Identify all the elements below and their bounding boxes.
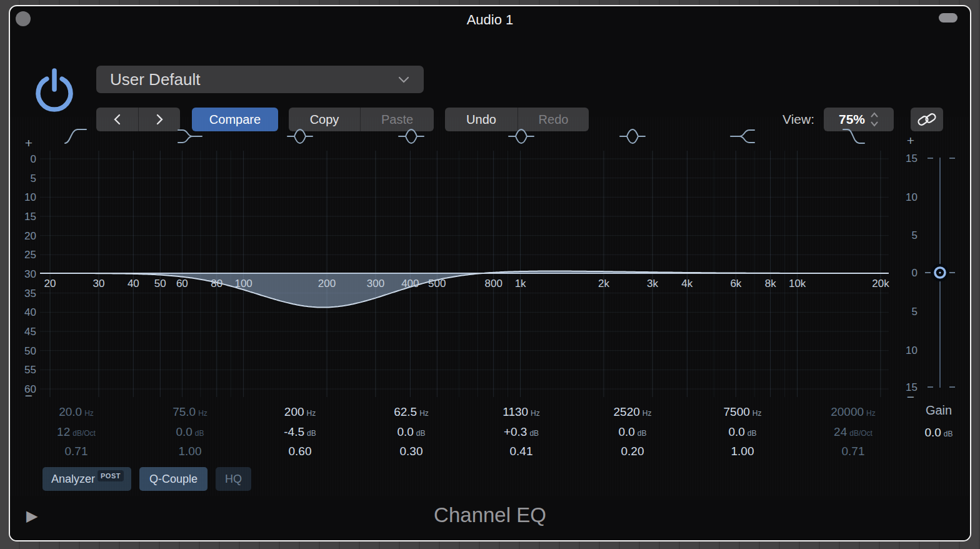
svg-text:100: 100 (234, 278, 252, 290)
band-8-gain-slope-field[interactable]: 24dB/Oct (806, 425, 900, 439)
band-7-frequency-field[interactable]: 7500Hz (696, 405, 789, 419)
q-couple-toggle-button[interactable]: Q-Couple (139, 467, 208, 491)
svg-text:40: 40 (128, 278, 139, 290)
band-4-frequency-field[interactable]: 62.5Hz (364, 405, 458, 419)
svg-text:5: 5 (912, 306, 918, 318)
band-6-gain-slope-field[interactable]: 0.0dB (586, 425, 679, 439)
eq-graph[interactable]: 2030405060801002003004005008001k2k3k4k6k… (10, 117, 970, 403)
band-2-gain-slope-field[interactable]: 0.0dB (143, 425, 237, 439)
left-scale-minus[interactable]: − (25, 388, 32, 403)
band-6-bell-icon[interactable] (620, 129, 645, 143)
band-2-lowshelf-icon[interactable] (178, 130, 202, 143)
band-4-bell-icon[interactable] (399, 129, 424, 143)
analyzer-toggle-button[interactable]: Analyzer POST (42, 467, 131, 491)
right-scale-minus[interactable]: − (907, 390, 914, 403)
right-scale-plus[interactable]: + (907, 133, 914, 148)
band-6-q-field[interactable]: 0.20 (586, 445, 679, 458)
eq-curve-fill (40, 271, 889, 308)
eq-curve[interactable] (40, 271, 888, 308)
bottom-toggles: Analyzer POST Q-Couple HQ (42, 467, 251, 491)
svg-text:3k: 3k (647, 278, 658, 290)
band-8-q-field[interactable]: 0.71 (806, 445, 900, 458)
sidechain-pill-button[interactable] (939, 13, 958, 23)
band-5-bell-icon[interactable] (509, 129, 534, 143)
svg-text:45: 45 (24, 326, 36, 338)
svg-text:15: 15 (24, 211, 36, 223)
svg-text:10: 10 (906, 191, 918, 203)
band-2-frequency-field[interactable]: 75.0Hz (143, 405, 237, 419)
svg-text:25: 25 (24, 249, 36, 261)
svg-text:80: 80 (211, 278, 222, 290)
band-readouts: 20.0Hz12dB/Oct0.7175.0Hz0.0dB1.00200Hz-4… (10, 403, 970, 472)
svg-text:20: 20 (44, 278, 56, 290)
band-7-gain-slope-field[interactable]: 0.0dB (696, 425, 789, 439)
gain-value-field[interactable]: 0.0dB (892, 426, 971, 440)
svg-text:500: 500 (428, 278, 446, 290)
analyzer-post-mode-button[interactable]: POST (98, 470, 124, 481)
svg-text:60: 60 (176, 278, 188, 290)
svg-text:35: 35 (24, 288, 36, 300)
svg-text:50: 50 (154, 278, 166, 290)
gain-unit: dB (944, 430, 953, 438)
band-6-frequency-field[interactable]: 2520Hz (586, 405, 679, 419)
preset-dropdown[interactable]: User Default (96, 66, 424, 93)
svg-text:30: 30 (93, 278, 105, 290)
band-7-q-field[interactable]: 1.00 (696, 445, 789, 458)
gain-slider-knob[interactable] (925, 264, 955, 281)
eq-display-area: 2030405060801002003004005008001k2k3k4k6k… (10, 117, 970, 498)
preset-value: User Default (110, 70, 201, 89)
svg-text:800: 800 (485, 278, 502, 290)
svg-text:50: 50 (24, 345, 36, 357)
plugin-footer: ▶ Channel EQ (10, 496, 970, 540)
band-3-frequency-field[interactable]: 200Hz (253, 405, 347, 419)
svg-text:40: 40 (24, 306, 36, 318)
svg-text:8k: 8k (765, 278, 776, 290)
band-4-q-field[interactable]: 0.30 (364, 445, 458, 458)
svg-text:0: 0 (912, 267, 918, 279)
svg-text:5: 5 (912, 229, 918, 241)
svg-text:55: 55 (24, 364, 36, 376)
chevron-down-icon (398, 75, 410, 84)
left-scale-plus[interactable]: + (25, 136, 32, 150)
band-1-q-field[interactable]: 0.71 (29, 445, 123, 458)
band-7-highshelf-icon[interactable] (731, 130, 754, 143)
plugin-name: Channel EQ (10, 503, 970, 527)
svg-text:300: 300 (367, 278, 384, 290)
svg-text:10k: 10k (789, 278, 806, 290)
svg-text:10: 10 (906, 345, 918, 356)
svg-text:20k: 20k (872, 278, 889, 290)
gain-value: 0.0 (924, 426, 941, 439)
gain-label: Gain (892, 403, 971, 418)
band-3-bell-icon[interactable] (288, 129, 312, 143)
svg-text:20: 20 (24, 230, 36, 242)
band-4-gain-slope-field[interactable]: 0.0dB (364, 425, 458, 439)
svg-text:200: 200 (318, 278, 336, 290)
band-8-lowpass-icon[interactable] (843, 129, 864, 143)
hq-toggle-button[interactable]: HQ (216, 467, 251, 491)
band-2-q-field[interactable]: 1.00 (143, 445, 237, 458)
svg-text:2k: 2k (598, 278, 609, 290)
band-3-q-field[interactable]: 0.60 (253, 445, 347, 458)
svg-text:4k: 4k (681, 278, 692, 290)
band-5-frequency-field[interactable]: 1130Hz (474, 405, 568, 419)
band-1-highpass-icon[interactable] (65, 129, 86, 143)
svg-text:1k: 1k (515, 278, 526, 290)
svg-text:6k: 6k (730, 278, 741, 290)
frequency-axis-labels: 2030405060801002003004005008001k2k3k4k6k… (44, 278, 890, 290)
svg-text:5: 5 (31, 173, 36, 184)
band-1-frequency-field[interactable]: 20.0Hz (29, 405, 123, 419)
desktop-background: Audio 1 User Default (0, 0, 980, 549)
analyzer-scale-left: +051015202530354045505560− (24, 136, 36, 403)
band-5-gain-slope-field[interactable]: +0.3dB (474, 425, 568, 439)
svg-text:30: 30 (24, 268, 36, 280)
band-1-gain-slope-field[interactable]: 12dB/Oct (29, 425, 123, 439)
band-3-gain-slope-field[interactable]: -4.5dB (253, 425, 347, 439)
plugin-window: Audio 1 User Default (9, 5, 971, 541)
band-8-frequency-field[interactable]: 20000Hz (806, 405, 900, 419)
power-button-icon[interactable] (31, 66, 78, 118)
band-5-q-field[interactable]: 0.41 (474, 445, 568, 458)
svg-text:400: 400 (401, 278, 419, 290)
svg-text:15: 15 (906, 153, 918, 164)
plugin-header: User Default Compare (10, 31, 970, 117)
svg-text:0: 0 (31, 153, 36, 165)
